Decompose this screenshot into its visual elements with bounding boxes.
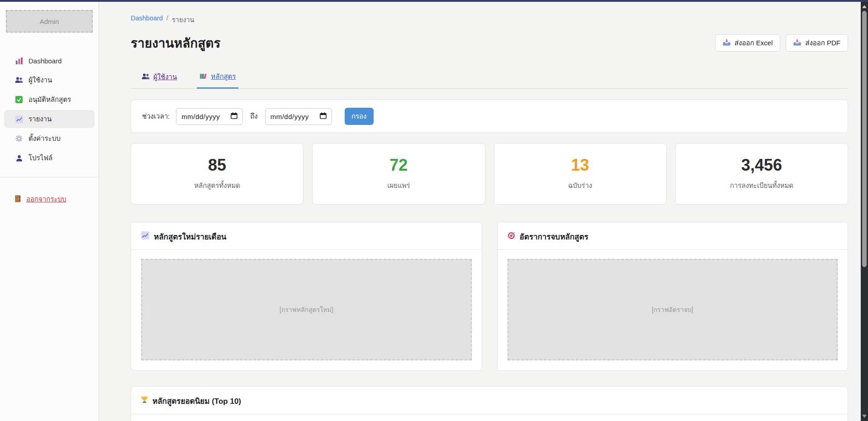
scrollbar-up-arrow-icon[interactable] (862, 5, 867, 8)
stat-value: 85 (208, 157, 226, 173)
export-excel-button[interactable]: ส่งออก Excel (715, 34, 780, 52)
calendar-icon[interactable] (320, 112, 327, 121)
sidebar-item-label: ตั้งค่าระบบ (28, 133, 61, 144)
popular-courses-card: หลักสูตรยอดนิยม (Top 10) (131, 386, 848, 421)
brand-logo-placeholder: Admin (6, 10, 93, 33)
scrollbar-thumb[interactable] (862, 11, 867, 267)
check-icon (15, 96, 23, 103)
stat-value: 13 (571, 157, 589, 173)
date-from-value: mm/dd/yyyy (181, 113, 220, 120)
tab-courses[interactable]: หลักสูตร (197, 67, 238, 89)
tab-users[interactable]: ผู้ใช้งาน (139, 67, 180, 88)
stat-value: 72 (389, 157, 408, 173)
stat-cards: 85 หลักสูตรทั้งหมด 72 เผยแพร่ 13 ฉบับร่า… (131, 143, 848, 205)
person-icon (15, 155, 23, 162)
calendar-icon[interactable] (231, 112, 237, 121)
export-pdf-label: ส่งออก PDF (805, 38, 840, 48)
popular-card-title: หลักสูตรยอดนิยม (Top 10) (152, 395, 241, 407)
stat-card-total-courses: 85 หลักสูตรทั้งหมด (131, 143, 304, 205)
chart-card-new-courses: หลักสูตรใหม่รายเดือน [กราฟหลักสูตรใหม่] (131, 222, 482, 371)
sidebar-item-reports[interactable]: รายงาน (4, 110, 95, 128)
sidebar-item-settings[interactable]: ตั้งค่าระบบ (4, 129, 95, 148)
tab-label: หลักสูตร (211, 71, 236, 82)
breadcrumb: Dashboard / รายงาน (131, 14, 848, 25)
sidebar-divider (0, 177, 99, 177)
filter-label: ช่วงเวลา: (142, 111, 170, 122)
popular-card-body (131, 414, 848, 421)
target-icon (508, 232, 515, 242)
breadcrumb-current: รายงาน (172, 14, 194, 25)
download-tray-icon (723, 39, 730, 47)
filter-to-label: ถึง (250, 111, 257, 122)
sidebar-item-label: รายงาน (28, 114, 52, 124)
top-accent-bar (0, 0, 868, 2)
sidebar-item-profile[interactable]: โปรไฟล์ (4, 149, 95, 167)
date-from-input[interactable]: mm/dd/yyyy (176, 108, 243, 125)
date-to-value: mm/dd/yyyy (270, 113, 309, 120)
report-tabs: ผู้ใช้งาน หลักสูตร (131, 67, 848, 89)
filter-bar: ช่วงเวลา: mm/dd/yyyy ถึง mm/dd/yyyy กรอง (131, 100, 848, 133)
page-header: รายงานหลักสูตร ส่งออก Excel ส่งออก PDF (131, 33, 848, 53)
chart-card-title: หลักสูตรใหม่รายเดือน (154, 230, 227, 243)
page-title: รายงานหลักสูตร (131, 33, 221, 53)
export-excel-label: ส่งออก Excel (735, 38, 773, 48)
bar-chart-icon (15, 57, 23, 65)
export-pdf-button[interactable]: ส่งออก PDF (786, 34, 848, 52)
download-tray-icon (793, 39, 801, 47)
chart-placeholder-new-courses: [กราฟหลักสูตรใหม่] (141, 259, 472, 360)
date-to-input[interactable]: mm/dd/yyyy (265, 108, 332, 125)
chart-placeholder-text: [กราฟอัตราจบ] (652, 305, 693, 315)
chart-placeholder-completion-rate: [กราฟอัตราจบ] (508, 259, 838, 360)
gear-icon (15, 135, 23, 142)
stat-label: การลงทะเบียนทั้งหมด (730, 180, 793, 191)
sidebar-item-label: โปรไฟล์ (28, 153, 52, 163)
sidebar-nav: Dashboard ผู้ใช้งาน อนุมัติหลักสูตร รายง… (0, 52, 99, 167)
stat-label: ฉบับร่าง (568, 180, 592, 191)
chart-cards: หลักสูตรใหม่รายเดือน [กราฟหลักสูตรใหม่] … (131, 222, 848, 371)
sidebar-item-dashboard[interactable]: Dashboard (4, 52, 95, 70)
line-chart-icon (141, 231, 149, 242)
export-buttons: ส่งออก Excel ส่งออก PDF (715, 34, 848, 52)
stat-card-drafts: 13 ฉบับร่าง (494, 143, 667, 205)
sidebar-item-label: Dashboard (28, 57, 62, 65)
chart-card-title: อัตราการจบหลักสูตร (520, 230, 588, 243)
logout-link[interactable]: ออกจากระบบ (4, 194, 95, 205)
sidebar-item-label: ผู้ใช้งาน (28, 75, 52, 86)
stat-card-enrollments: 3,456 การลงทะเบียนทั้งหมด (675, 143, 848, 205)
main-content: Dashboard / รายงาน รายงานหลักสูตร ส่งออก… (99, 2, 861, 421)
breadcrumb-separator: / (166, 14, 168, 25)
sidebar-item-label: อนุมัติหลักสูตร (28, 94, 71, 105)
stat-value: 3,456 (741, 157, 782, 173)
filter-submit-button[interactable]: กรอง (345, 108, 374, 125)
stat-label: เผยแพร่ (387, 180, 410, 191)
chart-placeholder-text: [กราฟหลักสูตรใหม่] (280, 305, 333, 315)
window-scrollbar[interactable] (861, 2, 868, 421)
stat-card-published: 72 เผยแพร่ (312, 143, 485, 205)
line-chart-icon (15, 115, 23, 123)
trophy-icon (141, 396, 148, 406)
brand-label: Admin (40, 18, 59, 25)
chart-card-header: อัตราการจบหลักสูตร (498, 222, 848, 250)
logout-label: ออกจากระบบ (26, 194, 66, 205)
app-window: Admin Dashboard ผู้ใช้งาน อนุมัติหลักสูต… (0, 2, 861, 421)
chart-body: [กราฟหลักสูตรใหม่] (131, 250, 482, 370)
stat-label: หลักสูตรทั้งหมด (194, 180, 240, 191)
users-icon (15, 77, 23, 83)
users-icon (142, 73, 150, 81)
books-icon (199, 73, 207, 81)
sidebar: Admin Dashboard ผู้ใช้งาน อนุมัติหลักสูต… (0, 2, 99, 421)
chart-card-header: หลักสูตรใหม่รายเดือน (131, 222, 482, 250)
door-icon (15, 195, 21, 204)
chart-body: [กราฟอัตราจบ] (498, 250, 848, 370)
scrollbar-down-arrow-icon[interactable] (862, 415, 867, 418)
sidebar-item-approve-courses[interactable]: อนุมัติหลักสูตร (4, 91, 95, 109)
sidebar-item-users[interactable]: ผู้ใช้งาน (4, 71, 95, 89)
tab-label: ผู้ใช้งาน (153, 72, 177, 82)
breadcrumb-dashboard-link[interactable]: Dashboard (131, 14, 163, 25)
popular-card-header: หลักสูตรยอดนิยม (Top 10) (131, 387, 848, 414)
chart-card-completion-rate: อัตราการจบหลักสูตร [กราฟอัตราจบ] (497, 222, 849, 371)
